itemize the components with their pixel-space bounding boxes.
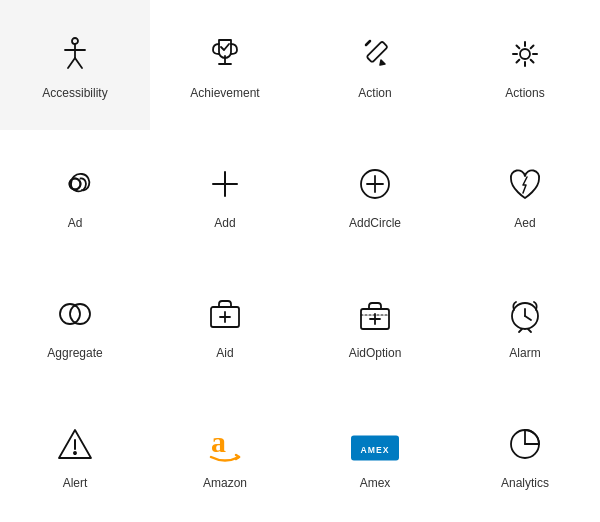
icon-cell-amex[interactable]: AMEX Amex [300,390,450,520]
achievement-label: Achievement [190,86,259,100]
icon-cell-aggregate[interactable]: Aggregate [0,260,150,390]
alert-icon [51,420,99,468]
add-circle-icon [351,160,399,208]
icon-cell-action[interactable]: Action [300,0,450,130]
amazon-label: Amazon [203,476,247,490]
add-icon [201,160,249,208]
svg-line-15 [531,60,534,63]
amex-label: Amex [360,476,391,490]
accessibility-icon [51,30,99,78]
icon-cell-accessibility[interactable]: Accessibility [0,0,150,130]
alarm-icon [501,290,549,338]
alarm-label: Alarm [509,346,540,360]
svg-line-16 [531,46,534,49]
aggregate-icon [51,290,99,338]
icon-cell-achievement[interactable]: Achievement [150,0,300,130]
add-circle-label: AddCircle [349,216,401,230]
svg-line-17 [517,60,520,63]
svg-line-36 [519,329,522,332]
aid-option-icon [351,290,399,338]
aid-option-label: AidOption [349,346,402,360]
action-icon [351,30,399,78]
amex-icon: AMEX [351,420,399,468]
svg-rect-7 [367,41,388,62]
svg-point-0 [72,38,78,44]
achievement-icon [201,30,249,78]
icon-cell-aed[interactable]: Aed [450,130,600,260]
add-label: Add [214,216,235,230]
icon-cell-amazon[interactable]: a Amazon [150,390,300,520]
svg-line-35 [525,316,531,320]
aid-icon [201,290,249,338]
icon-cell-add-circle[interactable]: AddCircle [300,130,450,260]
aed-icon [501,160,549,208]
svg-line-4 [75,58,82,68]
aggregate-label: Aggregate [47,346,102,360]
icon-cell-alert[interactable]: Alert [0,390,150,520]
aed-label: Aed [514,216,535,230]
svg-line-14 [517,46,520,49]
ad-icon [51,160,99,208]
icon-cell-analytics[interactable]: Analytics [450,390,600,520]
svg-text:a: a [211,425,226,458]
icon-cell-aid-option[interactable]: AidOption [300,260,450,390]
svg-line-8 [366,41,370,45]
icon-cell-add[interactable]: Add [150,130,300,260]
ad-label: Ad [68,216,83,230]
svg-line-37 [528,329,531,332]
svg-line-3 [68,58,75,68]
actions-icon [501,30,549,78]
icon-cell-alarm[interactable]: Alarm [450,260,600,390]
accessibility-label: Accessibility [42,86,107,100]
aid-label: Aid [216,346,233,360]
svg-point-9 [520,49,530,59]
analytics-label: Analytics [501,476,549,490]
amazon-icon: a [201,420,249,468]
icon-grid: Accessibility Achievement [0,0,600,520]
action-label: Action [358,86,391,100]
icon-cell-aid[interactable]: Aid [150,260,300,390]
icon-cell-actions[interactable]: Actions [450,0,600,130]
svg-text:AMEX: AMEX [361,445,390,455]
svg-point-39 [74,452,76,454]
icon-cell-ad[interactable]: Ad [0,130,150,260]
actions-label: Actions [505,86,544,100]
analytics-icon [501,420,549,468]
alert-label: Alert [63,476,88,490]
